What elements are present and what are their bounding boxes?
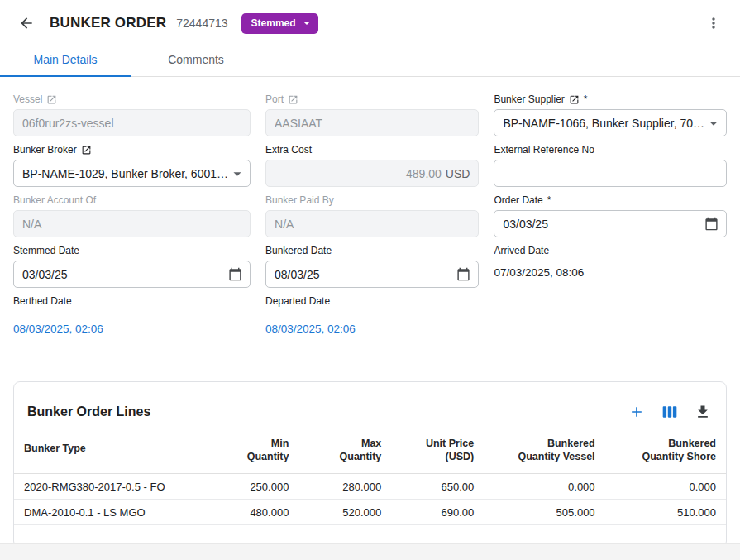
col-bunkered-quantity-shore: Bunkered Quantity Shore	[605, 433, 726, 474]
external-link-icon[interactable]	[81, 145, 92, 156]
horizontal-scrollbar-track[interactable]	[0, 543, 740, 560]
field-port: Port	[265, 93, 479, 136]
order-date-label: Order Date *	[494, 194, 727, 206]
more-menu-button[interactable]	[700, 10, 727, 36]
bunkered-date-value: 08/03/25	[275, 268, 320, 281]
extra-cost-label-text: Extra Cost	[265, 144, 312, 156]
field-external-reference: External Reference No	[494, 144, 727, 187]
cell-bunker-type: DMA-2010-0.1 - LS MGO	[14, 500, 213, 525]
required-asterisk: *	[584, 93, 588, 105]
arrived-date-value: 07/03/2025, 08:06	[494, 266, 727, 279]
stemmed-date-input[interactable]: 03/03/25	[13, 261, 251, 288]
extra-cost-value: 489.00	[406, 167, 442, 180]
port-label-text: Port	[265, 93, 284, 105]
status-badge[interactable]: Stemmed	[241, 13, 318, 34]
berthed-date-link[interactable]: 08/03/2025, 02:06	[13, 323, 103, 335]
departed-date-label-text: Departed Date	[265, 295, 330, 307]
tab-main-details[interactable]: Main Details	[0, 46, 131, 76]
calendar-icon[interactable]	[456, 267, 470, 281]
caret-down-icon	[228, 165, 246, 183]
required-asterisk: *	[547, 194, 551, 206]
arrow-left-icon	[18, 15, 35, 31]
field-arrived-date: Arrived Date 07/03/2025, 08:06	[494, 245, 727, 288]
order-date-input[interactable]: 03/03/25	[494, 210, 727, 237]
kebab-menu-icon	[705, 15, 722, 31]
stemmed-date-label: Stemmed Date	[13, 245, 251, 256]
caret-down-icon	[300, 17, 313, 30]
extra-cost-label: Extra Cost	[265, 144, 479, 156]
order-date-value: 03/03/25	[503, 218, 548, 231]
external-reference-label: External Reference No	[494, 144, 727, 156]
cell-min-quantity: 480.000	[213, 500, 298, 525]
arrived-date-label-text: Arrived Date	[494, 245, 549, 256]
vessel-label: Vessel	[13, 93, 251, 105]
field-vessel: Vessel	[13, 93, 251, 136]
arrived-date-label: Arrived Date	[494, 245, 727, 256]
main-details-panel: Vessel Port Bunker Supplier *	[0, 77, 740, 335]
order-lines-table: Bunker Type Min Quantity Max Quantity Un…	[14, 433, 726, 525]
cell-unit-price: 650.00	[391, 474, 484, 500]
field-bunkered-date: Bunkered Date 08/03/25	[265, 245, 479, 288]
col-max-quantity: Max Quantity	[298, 433, 391, 474]
caret-down-icon	[704, 114, 723, 132]
bunkered-date-label-text: Bunkered Date	[265, 245, 332, 256]
calendar-icon[interactable]	[228, 267, 242, 281]
berthed-date-label-text: Berthed Date	[13, 295, 72, 307]
external-link-icon[interactable]	[569, 94, 580, 105]
extra-cost-currency: USD	[446, 167, 470, 180]
bunker-paid-by-input	[265, 210, 479, 237]
cell-bunkered-quantity-vessel: 0.000	[484, 474, 604, 500]
columns-icon	[661, 404, 678, 420]
external-link-icon[interactable]	[288, 94, 298, 105]
cell-bunker-type: 2020-RMG380-2017-0.5 - FO	[14, 474, 213, 500]
cell-max-quantity: 520.000	[298, 500, 391, 525]
card-actions	[623, 399, 716, 425]
back-button[interactable]	[13, 10, 40, 36]
status-label: Stemmed	[251, 17, 296, 29]
bunker-paid-by-label-text: Bunker Paid By	[265, 194, 334, 206]
choose-columns-button[interactable]	[656, 399, 683, 425]
external-link-icon[interactable]	[46, 94, 57, 105]
bunkered-date-input[interactable]: 08/03/25	[265, 261, 479, 288]
col-bunkered-quantity-vessel: Bunkered Quantity Vessel	[484, 433, 604, 474]
bunker-broker-label-text: Bunker Broker	[13, 144, 77, 156]
departed-date-link[interactable]: 08/03/2025, 02:06	[265, 323, 356, 335]
bunker-supplier-select[interactable]: BP-NAME-1066, Bunker Supplier, 70…	[494, 109, 727, 136]
bunker-paid-by-label: Bunker Paid By	[265, 194, 479, 206]
bunker-broker-select[interactable]: BP-NAME-1029, Bunker Broker, 6001…	[13, 160, 251, 187]
table-row[interactable]: DMA-2010-0.1 - LS MGO 480.000 520.000 69…	[14, 500, 726, 525]
header: BUNKER ORDER 72444713 Stemmed	[0, 0, 740, 46]
stemmed-date-label-text: Stemmed Date	[13, 245, 79, 256]
table-row[interactable]: 2020-RMG380-2017-0.5 - FO 250.000 280.00…	[14, 474, 726, 500]
table-header-row: Bunker Type Min Quantity Max Quantity Un…	[14, 433, 726, 474]
bunkered-date-label: Bunkered Date	[265, 245, 479, 256]
download-button[interactable]	[690, 399, 716, 425]
port-input	[265, 109, 479, 136]
col-unit-price: Unit Price (USD)	[391, 433, 484, 474]
calendar-icon[interactable]	[704, 217, 719, 231]
bunker-supplier-label-text: Bunker Supplier	[494, 93, 564, 105]
bunker-account-of-label-text: Bunker Account Of	[13, 194, 96, 206]
cell-bunkered-quantity-shore: 0.000	[605, 474, 726, 500]
field-berthed-date: Berthed Date 08/03/2025, 02:06	[13, 295, 251, 335]
bunker-account-of-input	[13, 210, 251, 237]
bunker-order-page: BUNKER ORDER 72444713 Stemmed Main Detai…	[0, 0, 740, 548]
port-label: Port	[265, 93, 479, 105]
bunker-supplier-label: Bunker Supplier *	[494, 93, 727, 105]
field-bunker-account-of: Bunker Account Of	[13, 194, 251, 237]
bunker-broker-label: Bunker Broker	[13, 144, 251, 156]
order-date-label-text: Order Date	[494, 194, 542, 206]
vessel-input	[13, 109, 251, 136]
vessel-label-text: Vessel	[13, 93, 42, 105]
col-bunker-type: Bunker Type	[14, 433, 213, 474]
add-line-button[interactable]	[623, 399, 650, 425]
cell-max-quantity: 280.000	[298, 474, 391, 500]
card-title: Bunker Order Lines	[27, 404, 150, 419]
field-bunker-broker: Bunker Broker BP-NAME-1029, Bunker Broke…	[13, 144, 251, 187]
external-reference-label-text: External Reference No	[494, 144, 594, 156]
tab-comments[interactable]: Comments	[131, 46, 261, 76]
berthed-date-label: Berthed Date	[13, 295, 251, 307]
plus-icon	[628, 404, 645, 420]
external-reference-input[interactable]	[494, 160, 727, 187]
cell-min-quantity: 250.000	[213, 474, 298, 500]
